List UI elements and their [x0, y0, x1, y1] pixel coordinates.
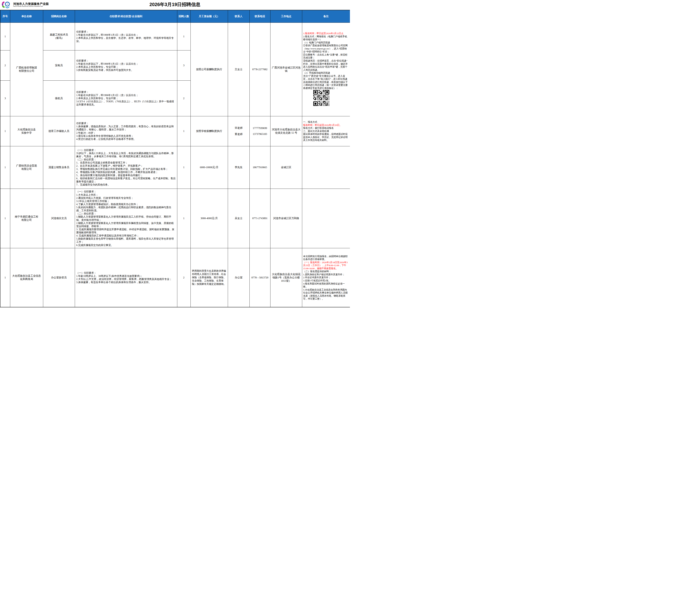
- cell-contact: 办公室: [228, 248, 249, 307]
- cell-requirements: （一）任职要求： 35岁以下，身高1.55米以上，大专及以上学历，有良好沟通协调…: [75, 146, 177, 189]
- cell-count: 2: [177, 80, 190, 116]
- cell-location: 河池市金城江区万和路: [270, 189, 302, 248]
- cell-count: 1: [177, 23, 190, 50]
- cell-phone: 18677910665: [249, 146, 270, 189]
- remark-deadline: （一）报名时间：2026年3月18日至2026年3月25日（工作日），上午8:0…: [303, 261, 349, 270]
- cell-position: 德育工作辅助人员: [43, 116, 75, 146]
- cell-requirements: （一）任职要求： 1.年龄18周岁以上、38周岁以下(条件优秀者适当放宽要求)；…: [75, 248, 177, 307]
- col-header-remarks: 备注: [302, 10, 350, 23]
- cell-location: 金城江区: [270, 146, 302, 189]
- col-header-count: 招聘人数: [177, 10, 190, 23]
- cell-count: 1: [177, 189, 190, 248]
- cell-seq: 1: [0, 116, 10, 146]
- cell-count: 1: [177, 146, 190, 189]
- cell-company: 南宁市鼎巨通信工程 有限公司: [10, 189, 43, 248]
- cell-position: 安检员: [43, 50, 75, 80]
- page-title: 2026年3月19日招聘信息: [0, 1, 350, 8]
- recruitment-table: 序号 单位名称 招聘岗位名称 任职要求/岗位职责/企业福利 招聘人数 月工资金额…: [0, 10, 350, 307]
- cell-count: 2: [177, 248, 190, 307]
- col-header-seq: 序号: [0, 10, 10, 23]
- cell-salary: 3000-4000元/月: [190, 189, 228, 248]
- cell-position: 基建工程技术员 （驱鸟）: [43, 23, 75, 50]
- cell-company: 大化瑶族自治县 实验中学: [10, 116, 43, 146]
- cell-seq: 1: [0, 248, 10, 307]
- cell-contact: 李先生: [228, 146, 249, 189]
- cell-contact: 兰女士: [228, 23, 249, 116]
- cell-position: 值机员: [43, 80, 75, 116]
- cell-count: 1: [177, 116, 190, 146]
- cell-location: 广西河池市金城江区河池镇: [270, 23, 302, 116]
- cell-remarks: 1.报名时间：即日起至2026年3月22日止 2.报名方式：网络报名（电脑门户端…: [302, 23, 350, 116]
- cell-requirements: 任职要求： 1.年龄在30岁及以下，即1996年1月1日（含）以后出生； 2.本…: [75, 80, 177, 116]
- table-row: 1 广西机场管理集团 有限责任公司 基建工程技术员 （驱鸟） 任职要求： 1.年…: [0, 23, 350, 50]
- cell-contact: 宋老师 覃老师: [228, 116, 249, 146]
- cell-phone: 0771-2743891: [249, 189, 270, 248]
- col-header-salary: 月工资金额（元）: [190, 10, 228, 23]
- remark-body: 2.报名方式：网络报名（电脑门户端或手机移动端任选其一） （1）电脑门户端简历投…: [303, 35, 349, 90]
- cell-company: 广西机场管理集团 有限责任公司: [10, 23, 43, 116]
- header-row: 序号 单位名称 招聘岗位名称 任职要求/岗位职责/企业福利 招聘人数 月工资金额…: [0, 10, 350, 23]
- table-row: 1 大化瑶族自治县工业信息 化和商务局 办公室协管员 （一）任职要求： 1.年龄…: [0, 248, 350, 307]
- col-header-position: 招聘岗位名称: [43, 10, 75, 23]
- col-header-phone: 联系电话: [249, 10, 270, 23]
- remark-deadline: 报名时间：即日起至2026年3月20日。: [303, 124, 349, 127]
- cell-position: 河池项目文员: [43, 189, 75, 248]
- cell-seq: 3: [0, 80, 10, 116]
- cell-salary: 按照公司薪酬制度执行: [190, 23, 228, 116]
- col-header-location: 工作地点: [270, 10, 302, 23]
- cell-salary: 6000-10000元/月: [190, 146, 228, 189]
- cell-requirements: （一）任职要求： 1.大专及以上学历； 2.通信技术或人力资源、行政管理等相关专…: [75, 189, 177, 248]
- col-header-contact: 联系人: [228, 10, 249, 23]
- remark-deadline: 1.报名时间：即日起至2026年3月22日止: [303, 32, 349, 35]
- cell-salary: 聘用期间享受大化县财政供养编外聘用人员现行工资待遇，社会保险（含养老保险、医疗保…: [190, 248, 228, 307]
- cell-count: 3: [177, 50, 190, 80]
- page-header: 人 河池市人力资源服务产业园 Hechi Human Resources Ser…: [0, 0, 350, 10]
- table-row: 1 广西恒亮洪业贸易 有限公司 混凝土销售业务员 （一）任职要求： 35岁以下，…: [0, 146, 350, 189]
- cell-remarks: [302, 189, 350, 248]
- cell-remarks: 本次招聘实行现场报名，由招聘单位根据职位条件进行资格审查。 （一）报名时间：20…: [302, 248, 350, 307]
- cell-remarks: 一、报名方式 报名时间：即日起至2026年3月20日。 报名方式：拨打联系电话报…: [302, 116, 350, 146]
- cell-location: 大化瑶族自治县大化镇花锦路1号（党政办公大楼1013室）: [270, 248, 302, 307]
- cell-company: 大化瑶族自治县工业信息 化和商务局: [10, 248, 43, 307]
- cell-contact: 吴女士: [228, 189, 249, 248]
- cell-company: 广西恒亮洪业贸易 有限公司: [10, 146, 43, 189]
- qr-code: [313, 90, 349, 107]
- cell-position: 办公室协管员: [43, 248, 75, 307]
- remark-intro: 本次招聘实行现场报名，由招聘单位根据职位条件进行资格审查。: [303, 255, 349, 261]
- table-row: 1 大化瑶族自治县 实验中学 德育工作辅助人员 任职要求： 1.身体健康，道德品…: [0, 116, 350, 146]
- cell-seq: 1: [0, 23, 10, 50]
- cell-phone: 0778—5813720: [249, 248, 270, 307]
- cell-remarks: [302, 146, 350, 189]
- cell-phone: 17777939699 13737965183: [249, 116, 270, 146]
- cell-salary: 按照学校薪酬制度执行: [190, 116, 228, 146]
- remark-line1: 一、报名方式: [303, 120, 349, 124]
- col-header-company: 单位名称: [10, 10, 43, 23]
- cell-requirements: 任职要求： 1.身体健康，道德品质良好，为人正直，工作勤劳踏实，有责任心，有良好…: [75, 116, 177, 146]
- cell-position: 混凝土销售业务员: [43, 146, 75, 189]
- col-header-requirements: 任职要求/岗位职责/企业福利: [75, 10, 177, 23]
- cell-seq: 2: [0, 50, 10, 80]
- remark-body: （二）报名需提供的材料： 1.居民身份证和户籍证明原件及复印件； 2.毕业证书原…: [303, 270, 349, 300]
- cell-requirements: 任职要求： 1.年龄在30岁及以下，即1996年1月1日（含）以后出生； 2.本…: [75, 50, 177, 80]
- remark-body: 报名方式：拨打联系电话报名 二、面试方式及录用待遇 面试具体时间由学校通知，应聘…: [303, 127, 349, 142]
- cell-seq: 1: [0, 146, 10, 189]
- table-row: 1 南宁市鼎巨通信工程 有限公司 河池项目文员 （一）任职要求： 1.大专及以上…: [0, 189, 350, 248]
- cell-requirements: 任职要求： 1.年龄在30岁及以下，即1996年1月1日（含）以后出生； 2.本…: [75, 23, 177, 50]
- cell-location: 河池市大化瑶族自治县大化镇文化北路 55 号: [270, 116, 302, 146]
- cell-seq: 1: [0, 189, 10, 248]
- cell-phone: 0778-2277082: [249, 23, 270, 116]
